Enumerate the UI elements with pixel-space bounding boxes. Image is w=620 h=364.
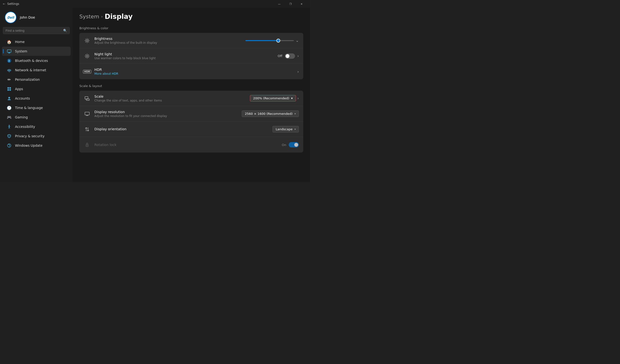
display-resolution-arrow-icon: ▾ [294, 112, 296, 115]
svg-rect-10 [9, 89, 11, 91]
maximize-button[interactable]: ❐ [285, 0, 296, 8]
svg-line-23 [85, 39, 86, 39]
display-orientation-icon [84, 127, 91, 132]
display-resolution-control: 2560 × 1600 (Recommended) ▾ [242, 110, 299, 117]
sidebar-item-time[interactable]: 🕐 Time & language [2, 103, 71, 112]
accounts-icon [7, 96, 12, 101]
hdr-chevron-icon[interactable]: › [297, 69, 299, 74]
svg-line-35 [85, 57, 86, 58]
svg-rect-1 [8, 52, 10, 53]
sidebar-item-privacy[interactable]: Privacy & security [2, 131, 71, 141]
back-icon[interactable]: ← [3, 2, 5, 6]
rotation-lock-title: Rotation lock [94, 143, 278, 147]
display-resolution-value: 2560 × 1600 (Recommended) [245, 112, 293, 116]
sidebar-item-personalization[interactable]: ✏️ Personalization [2, 75, 71, 84]
title-bar-controls: — ❐ ✕ [274, 0, 307, 8]
accessibility-icon [7, 124, 12, 129]
svg-line-26 [85, 42, 86, 42]
breadcrumb-parent[interactable]: System [79, 14, 99, 20]
svg-line-34 [88, 54, 89, 55]
rotation-lock-control: On [282, 142, 299, 147]
svg-line-16 [9, 127, 10, 129]
scale-chevron-icon[interactable]: › [297, 96, 299, 101]
sidebar-item-accounts[interactable]: Accounts [2, 94, 71, 103]
night-light-title: Night light [94, 52, 274, 56]
hdr-subtitle-link[interactable]: More about HDR [94, 72, 294, 75]
display-orientation-text: Display orientation [94, 127, 269, 131]
close-button[interactable]: ✕ [296, 0, 307, 8]
title-bar-title: Settings [7, 2, 19, 6]
svg-point-6 [9, 72, 10, 72]
sidebar-item-label: Accounts [15, 96, 30, 100]
display-orientation-dropdown[interactable]: Landscape ▾ [273, 126, 299, 132]
scale-layout-card: Scale Change the size of text, apps, and… [79, 91, 303, 153]
display-orientation-arrow-icon: ▾ [294, 128, 296, 131]
personalization-icon: ✏️ [7, 77, 12, 82]
gaming-icon: 🎮 [7, 115, 12, 120]
hdr-control: › [297, 69, 299, 74]
svg-line-32 [85, 54, 86, 55]
sidebar-item-label: Home [15, 40, 25, 44]
scale-subtitle: Change the size of text, apps, and other… [94, 99, 246, 102]
scale-row: Scale Change the size of text, apps, and… [79, 91, 303, 106]
sidebar-item-network[interactable]: Network & internet [2, 66, 71, 75]
search-input[interactable] [6, 29, 61, 32]
brightness-chevron-down-icon[interactable]: ⌄ [296, 38, 299, 43]
sidebar-item-bluetooth[interactable]: B Bluetooth & devices [2, 56, 71, 65]
sidebar-nav: 🏠 Home System [0, 37, 73, 150]
search-box[interactable]: 🔍 [3, 27, 70, 34]
sidebar-item-apps[interactable]: Apps [2, 84, 71, 94]
svg-rect-2 [8, 53, 10, 53]
sidebar-item-label: Time & language [15, 106, 43, 110]
display-resolution-icon [84, 111, 91, 116]
avatar: Dell [5, 12, 16, 23]
minimize-button[interactable]: — [274, 0, 285, 8]
user-section[interactable]: Dell John Doe [0, 8, 73, 27]
sidebar-item-system[interactable]: System [2, 47, 71, 56]
scale-dropdown[interactable]: 200% (Recommended) ▾ [250, 95, 296, 102]
sidebar-item-label: Privacy & security [15, 134, 45, 138]
breadcrumb-current: Display [105, 13, 132, 21]
rotation-lock-text: Rotation lock [94, 143, 278, 147]
night-light-icon [84, 53, 91, 59]
scale-dropdown-value: 200% (Recommended) [253, 96, 289, 100]
network-icon [7, 68, 12, 73]
sidebar-item-gaming[interactable]: 🎮 Gaming [2, 113, 71, 122]
brightness-slider[interactable] [245, 40, 294, 41]
system-icon [7, 49, 12, 54]
apps-icon [7, 87, 12, 91]
night-light-toggle[interactable] [285, 53, 295, 59]
brightness-color-section: Brightness & color [79, 26, 303, 79]
search-icon: 🔍 [63, 29, 67, 32]
user-name: John Doe [20, 15, 35, 19]
svg-point-42 [87, 145, 88, 146]
home-icon: 🏠 [7, 39, 12, 44]
sidebar-item-label: Personalization [15, 78, 40, 81]
breadcrumb-chevron-icon: › [101, 14, 103, 19]
svg-rect-8 [9, 87, 11, 89]
hdr-icon: HDR [84, 70, 91, 73]
breadcrumb: System › Display [79, 13, 303, 21]
sidebar-item-accessibility[interactable]: Accessibility [2, 122, 71, 131]
scale-dropdown-arrow-icon: ▾ [291, 96, 293, 100]
brightness-subtitle: Adjust the brightness of the built-in di… [94, 41, 242, 44]
rotation-lock-toggle[interactable] [289, 142, 299, 147]
hdr-text: HDR More about HDR [94, 68, 294, 75]
display-resolution-title: Display resolution [94, 110, 238, 114]
svg-rect-9 [7, 89, 9, 91]
night-light-chevron-icon[interactable]: › [297, 54, 299, 58]
search-container: 🔍 [0, 27, 73, 37]
hdr-title: HDR [94, 68, 294, 72]
svg-point-18 [86, 40, 88, 41]
privacy-icon [7, 134, 12, 138]
svg-point-11 [8, 97, 10, 99]
display-resolution-dropdown[interactable]: 2560 × 1600 (Recommended) ▾ [242, 110, 299, 117]
scale-control: 200% (Recommended) ▾ › [250, 95, 299, 102]
svg-text:B: B [8, 59, 10, 63]
svg-point-27 [86, 55, 88, 57]
settings-window: ← Settings — ❐ ✕ Dell John Doe 🔍 [0, 0, 310, 182]
sidebar-item-windows-update[interactable]: Windows Update [2, 141, 71, 150]
sidebar-item-home[interactable]: 🏠 Home [2, 37, 71, 46]
night-light-toggle-label: Off [278, 54, 282, 58]
hdr-row: HDR HDR More about HDR › [79, 64, 303, 79]
